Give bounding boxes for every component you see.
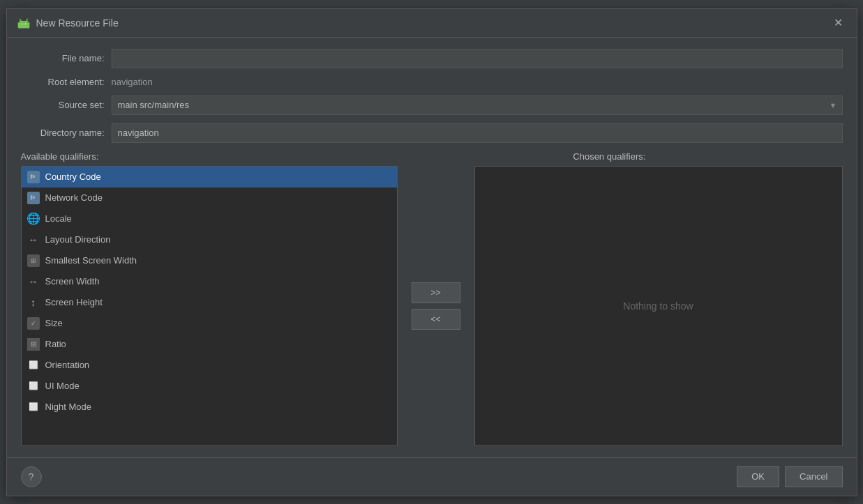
- titlebar: New Resource File ✕: [7, 9, 857, 38]
- chosen-qualifiers-label: Chosen qualifiers:: [573, 151, 842, 162]
- network-code-icon: 🏳: [27, 192, 40, 204]
- cancel-button[interactable]: Cancel: [785, 466, 842, 487]
- root-element-label: Root element:: [21, 77, 105, 87]
- footer-buttons: OK Cancel: [737, 466, 842, 487]
- orientation-icon: ⬜: [27, 359, 40, 372]
- dialog-title: New Resource File: [36, 17, 119, 29]
- close-button[interactable]: ✕: [830, 16, 847, 30]
- qualifiers-section: Available qualifiers: Chosen qualifiers:…: [21, 151, 843, 446]
- source-set-wrapper: main src/main/res ▼: [112, 96, 843, 115]
- qualifier-label-network-code: Network Code: [45, 192, 103, 203]
- ui-mode-icon: ⬜: [27, 380, 40, 392]
- country-code-icon: 🏳: [27, 171, 40, 183]
- ok-button[interactable]: OK: [737, 466, 779, 487]
- ratio-icon: ⊞: [27, 338, 40, 351]
- chosen-empty-text: Nothing to show: [623, 300, 693, 312]
- directory-name-input[interactable]: [112, 123, 843, 143]
- screen-width-icon: ↔: [27, 275, 40, 288]
- dialog-footer: ? OK Cancel: [7, 457, 857, 496]
- qualifier-item-smallest-screen-width[interactable]: ⊞ Smallest Screen Width: [22, 250, 397, 271]
- qualifiers-body: 🏳 Country Code 🏳 Network Code 🌐 Locale: [21, 166, 843, 446]
- qualifier-item-layout-direction[interactable]: ↔ Layout Direction: [22, 229, 397, 250]
- available-qualifiers-list: 🏳 Country Code 🏳 Network Code 🌐 Locale: [21, 166, 398, 446]
- qualifier-label-screen-height: Screen Height: [45, 297, 103, 307]
- help-button[interactable]: ?: [21, 466, 42, 487]
- android-icon: [17, 16, 31, 30]
- qualifier-item-size[interactable]: ✓ Size: [22, 313, 397, 334]
- dialog-content: File name: Root element: navigation Sour…: [7, 38, 857, 457]
- size-icon: ✓: [27, 317, 40, 330]
- qualifier-label-locale: Locale: [45, 213, 72, 224]
- file-name-input[interactable]: [112, 49, 843, 68]
- screen-height-icon: ↕: [27, 296, 40, 309]
- qualifier-item-locale[interactable]: 🌐 Locale: [22, 208, 397, 229]
- titlebar-left: New Resource File: [17, 16, 119, 30]
- source-set-row: Source set: main src/main/res ▼: [21, 96, 843, 115]
- qualifier-item-ui-mode[interactable]: ⬜ UI Mode: [22, 376, 397, 397]
- new-resource-dialog: New Resource File ✕ File name: Root elem…: [6, 8, 857, 496]
- directory-name-label: Directory name:: [21, 128, 105, 138]
- root-element-row: Root element: navigation: [21, 77, 843, 87]
- locale-icon: 🌐: [27, 213, 40, 225]
- smallest-screen-width-icon: ⊞: [27, 254, 40, 267]
- qualifiers-scroll[interactable]: 🏳 Country Code 🏳 Network Code 🌐 Locale: [22, 167, 397, 445]
- qualifier-label-orientation: Orientation: [45, 360, 90, 370]
- qualifier-label-ratio: Ratio: [45, 339, 66, 349]
- available-qualifiers-label: Available qualifiers:: [21, 151, 99, 162]
- qualifier-item-screen-height[interactable]: ↕ Screen Height: [22, 292, 397, 313]
- source-set-label: Source set:: [21, 100, 105, 110]
- transfer-buttons: >> <<: [398, 166, 474, 446]
- layout-direction-icon: ↔: [27, 234, 40, 246]
- qualifier-label-country-code: Country Code: [45, 171, 101, 182]
- directory-name-row: Directory name:: [21, 123, 843, 143]
- root-element-value: navigation: [112, 77, 153, 87]
- remove-qualifier-button[interactable]: <<: [412, 309, 460, 330]
- source-set-select[interactable]: main src/main/res: [112, 96, 843, 115]
- qualifier-item-network-code[interactable]: 🏳 Network Code: [22, 188, 397, 208]
- file-name-row: File name:: [21, 49, 843, 68]
- svg-point-0: [21, 23, 22, 24]
- qualifier-item-night-mode[interactable]: ⬜ Night Mode: [22, 397, 397, 418]
- add-qualifier-button[interactable]: >>: [412, 282, 460, 303]
- qualifier-label-screen-width: Screen Width: [45, 276, 100, 287]
- qualifier-label-layout-direction: Layout Direction: [45, 234, 111, 245]
- qualifier-label-ui-mode: UI Mode: [45, 381, 80, 391]
- qualifier-item-ratio[interactable]: ⊞ Ratio: [22, 334, 397, 355]
- qualifier-label-smallest-screen-width: Smallest Screen Width: [45, 255, 137, 266]
- qualifier-label-night-mode: Night Mode: [45, 402, 91, 412]
- qualifier-item-country-code[interactable]: 🏳 Country Code: [22, 167, 397, 188]
- night-mode-icon: ⬜: [27, 401, 40, 413]
- svg-point-1: [24, 23, 26, 24]
- chosen-qualifiers-list: Nothing to show: [474, 166, 843, 446]
- qualifier-item-screen-width[interactable]: ↔ Screen Width: [22, 271, 397, 292]
- qualifier-label-size: Size: [45, 318, 63, 328]
- qualifier-item-orientation[interactable]: ⬜ Orientation: [22, 355, 397, 376]
- file-name-label: File name:: [21, 53, 105, 63]
